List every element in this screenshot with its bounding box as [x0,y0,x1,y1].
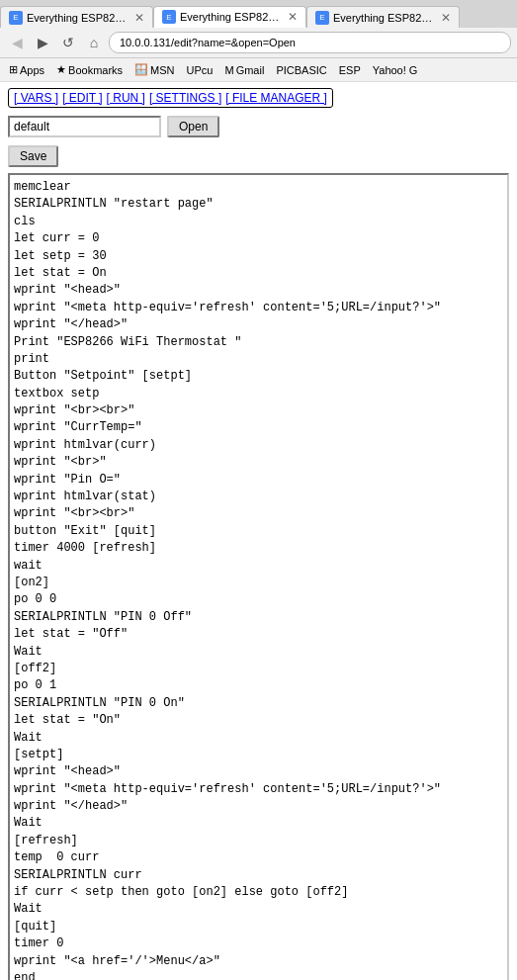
browser-tab-3[interactable]: E Everything ESP8266 - ✕ [306,6,460,28]
bookmark-msn-icon: 🪟 [134,63,148,76]
bookmark-msn[interactable]: 🪟 MSN [131,61,177,78]
bookmark-apps-label: Apps [20,64,44,76]
settings-link[interactable]: [ SETTINGS ] [149,91,221,105]
vars-link[interactable]: [ VARS ] [14,91,58,105]
bookmark-picbasic[interactable]: PICBASIC [273,62,329,78]
tab-label-1: Everything ESP8266 - [27,12,127,24]
browser-tab-2[interactable]: E Everything ESP8266 - ✕ [153,6,306,28]
bookmark-yahoo-label: Yahoo! G [373,64,418,76]
bookmark-gmail[interactable]: M Gmail [221,62,267,78]
save-button[interactable]: Save [8,145,58,167]
bookmark-apps[interactable]: ⊞ Apps [6,61,47,78]
bookmark-apps-icon: ⊞ [9,63,18,76]
bookmark-esp[interactable]: ESP [336,62,364,78]
bookmark-gmail-label: Gmail [236,64,265,76]
forward-button[interactable]: ▶ [32,32,53,53]
tab-icon-3: E [315,11,329,25]
run-link[interactable]: [ RUN ] [107,91,145,105]
bookmark-esp-label: ESP [339,64,361,76]
filename-input[interactable] [8,116,161,137]
tab-close-1[interactable]: ✕ [134,11,144,25]
tab-label-2: Everything ESP8266 - [180,11,280,23]
bookmark-bookmarks-label: Bookmarks [68,64,123,76]
edit-link[interactable]: [ EDIT ] [62,91,102,105]
bookmarks-bar: ⊞ Apps ★ Bookmarks 🪟 MSN UPcu M Gmail PI… [0,58,517,82]
open-row: Open [8,116,509,137]
filemanager-link[interactable]: [ FILE MANAGER ] [225,91,327,105]
tab-close-2[interactable]: ✕ [288,10,298,24]
browser-toolbar: ◀ ▶ ↺ ⌂ [0,28,517,58]
bookmark-upcu-label: UPcu [187,64,214,76]
back-button[interactable]: ◀ [6,32,28,53]
bookmark-msn-label: MSN [150,64,174,76]
tab-icon-2: E [162,10,176,24]
tab-icon-1: E [9,11,23,25]
bookmark-bookmarks[interactable]: ★ Bookmarks [53,61,126,78]
page-content: [ VARS ] [ EDIT ] [ RUN ] [ SETTINGS ] [… [0,82,517,980]
browser-tab-1[interactable]: E Everything ESP8266 - ✕ [0,6,153,28]
reload-button[interactable]: ↺ [57,32,79,53]
code-editor[interactable]: memclear SERIALPRINTLN "restart page" cl… [8,173,509,980]
open-button[interactable]: Open [167,116,219,137]
bookmark-star-icon: ★ [56,63,66,76]
bookmark-gmail-icon: M [224,64,233,76]
bookmark-picbasic-label: PICBASIC [276,64,326,76]
bookmark-upcu[interactable]: UPcu [184,62,216,78]
nav-links: [ VARS ] [ EDIT ] [ RUN ] [ SETTINGS ] [… [8,88,333,108]
tab-close-3[interactable]: ✕ [441,11,451,25]
browser-tabs: E Everything ESP8266 - ✕ E Everything ES… [0,0,517,28]
tab-label-3: Everything ESP8266 - [333,12,433,24]
bookmark-yahoo[interactable]: Yahoo! G [370,62,421,78]
home-button[interactable]: ⌂ [83,32,105,53]
address-bar[interactable] [109,32,511,53]
